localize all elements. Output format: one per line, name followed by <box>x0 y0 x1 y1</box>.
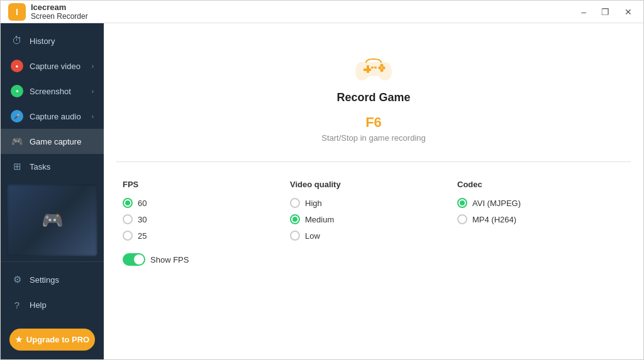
fps-radio-25-indicator <box>123 231 133 241</box>
hero-section: Record Game F6 Start/Stop in game record… <box>104 23 643 161</box>
codec-radio-avi-indicator <box>457 198 467 208</box>
preview-controller-icon: 🎮 <box>42 210 64 231</box>
minimize-button[interactable]: – <box>577 6 590 18</box>
main-layout: ⏱ History ● Capture video › ✦ Screenshot… <box>1 23 643 359</box>
screenshot-icon: ✦ <box>11 85 23 97</box>
content-area: Record Game F6 Start/Stop in game record… <box>104 23 643 359</box>
sidebar-label-history: History <box>30 36 55 46</box>
quality-option-low[interactable]: Low <box>290 231 457 241</box>
quality-value-medium: Medium <box>305 215 334 224</box>
svg-point-4 <box>380 69 384 72</box>
quality-option-high[interactable]: High <box>290 198 457 208</box>
codec-radio-mp4-indicator <box>457 214 467 224</box>
maximize-button[interactable]: ❐ <box>597 6 613 18</box>
sidebar-label-settings: Settings <box>30 275 59 285</box>
sidebar-label-tasks: Tasks <box>30 162 50 172</box>
chevron-right-icon-2: › <box>92 88 94 95</box>
title-bar-left: I Icecream Screen Recorder <box>8 3 88 21</box>
fps-radio-30-indicator <box>123 214 133 224</box>
sidebar-bottom: ⚙ Settings ? Help <box>1 261 104 322</box>
codec-value-mp4: MP4 (H264) <box>472 215 516 224</box>
fps-value-25: 25 <box>138 231 147 241</box>
settings-icon: ⚙ <box>11 273 23 286</box>
codec-radio-group: AVI (MJPEG) MP4 (H264) <box>457 198 625 224</box>
fps-value-60: 60 <box>138 199 147 208</box>
quality-value-high: High <box>305 199 322 208</box>
upgrade-label: Upgrade to PRO <box>26 335 89 344</box>
sidebar-item-history[interactable]: ⏱ History <box>1 28 104 53</box>
codec-option-avi[interactable]: AVI (MJPEG) <box>457 198 625 208</box>
logo-letter: I <box>16 7 18 17</box>
quality-radio-medium-indicator <box>290 214 300 224</box>
quality-value-low: Low <box>305 231 320 241</box>
show-fps-toggle[interactable] <box>123 253 145 266</box>
svg-rect-7 <box>374 67 377 68</box>
title-bar: I Icecream Screen Recorder – ❐ ✕ <box>1 1 643 23</box>
sidebar-label-help: Help <box>30 300 47 310</box>
fps-option-25[interactable]: 25 <box>123 231 290 241</box>
codec-value-avi: AVI (MJPEG) <box>472 199 521 208</box>
quality-option-medium[interactable]: Medium <box>290 214 457 224</box>
fps-option-60[interactable]: 60 <box>123 198 290 208</box>
sidebar: ⏱ History ● Capture video › ✦ Screenshot… <box>1 23 104 359</box>
codec-option-mp4[interactable]: MP4 (H264) <box>457 214 625 224</box>
show-fps-toggle-row: Show FPS <box>123 253 290 266</box>
codec-column: Codec AVI (MJPEG) MP4 (H264) <box>457 180 625 342</box>
codec-label: Codec <box>457 180 625 189</box>
sidebar-item-capture-audio[interactable]: 🎤 Capture audio › <box>1 104 104 129</box>
video-quality-label: Video quality <box>290 180 457 189</box>
app-name: Icecream <box>31 3 88 13</box>
record-icon: ● <box>11 60 23 72</box>
sidebar-label-capture-audio: Capture audio <box>30 112 81 121</box>
fps-label: FPS <box>123 180 290 189</box>
video-quality-radio-group: High Medium Low <box>290 198 457 241</box>
app-title-block: Icecream Screen Recorder <box>31 3 88 21</box>
fps-radio-group: 60 30 25 <box>123 198 290 241</box>
fps-value-30: 30 <box>138 215 147 224</box>
sidebar-preview: 🎮 <box>7 184 97 256</box>
sidebar-item-game-capture[interactable]: 🎮 Game capture <box>1 129 104 154</box>
tasks-icon: ⊞ <box>11 160 23 173</box>
controller-svg-icon <box>355 48 392 86</box>
chevron-right-icon-3: › <box>92 113 94 120</box>
svg-rect-1 <box>367 65 369 73</box>
quality-radio-high-indicator <box>290 198 300 208</box>
svg-rect-6 <box>371 67 374 68</box>
game-icon: 🎮 <box>11 135 23 148</box>
hero-title: Record Game <box>336 91 410 104</box>
sidebar-label-capture-video: Capture video <box>30 62 80 71</box>
help-icon: ? <box>11 298 23 311</box>
fps-option-30[interactable]: 30 <box>123 214 290 224</box>
sidebar-label-game-capture: Game capture <box>30 137 81 146</box>
app-logo: I <box>8 3 26 21</box>
upgrade-button[interactable]: ★ Upgrade to PRO <box>9 329 95 351</box>
settings-area: FPS 60 30 25 <box>104 162 643 359</box>
sidebar-item-settings[interactable]: ⚙ Settings <box>1 267 104 292</box>
video-quality-column: Video quality High Medium Low <box>290 180 457 342</box>
close-button[interactable]: ✕ <box>621 6 636 18</box>
window-controls: – ❐ ✕ <box>577 6 636 18</box>
hero-subtitle: Start/Stop in game recording <box>321 133 425 143</box>
svg-point-5 <box>380 64 384 67</box>
sidebar-item-tasks[interactable]: ⊞ Tasks <box>1 154 104 179</box>
fps-column: FPS 60 30 25 <box>123 180 290 342</box>
star-icon: ★ <box>15 335 23 344</box>
show-fps-label: Show FPS <box>150 255 189 265</box>
sidebar-item-help[interactable]: ? Help <box>1 292 104 317</box>
svg-point-3 <box>382 67 386 70</box>
fps-radio-60-indicator <box>123 198 133 208</box>
sidebar-item-capture-video[interactable]: ● Capture video › <box>1 53 104 79</box>
sidebar-item-screenshot[interactable]: ✦ Screenshot › <box>1 79 104 104</box>
clock-icon: ⏱ <box>11 35 23 47</box>
chevron-right-icon: › <box>92 63 94 70</box>
app-subtitle: Screen Recorder <box>31 12 88 21</box>
hero-shortcut: F6 <box>365 114 382 131</box>
quality-radio-low-indicator <box>290 231 300 241</box>
svg-point-2 <box>379 67 382 70</box>
audio-icon: 🎤 <box>11 110 23 123</box>
sidebar-label-screenshot: Screenshot <box>30 87 71 96</box>
